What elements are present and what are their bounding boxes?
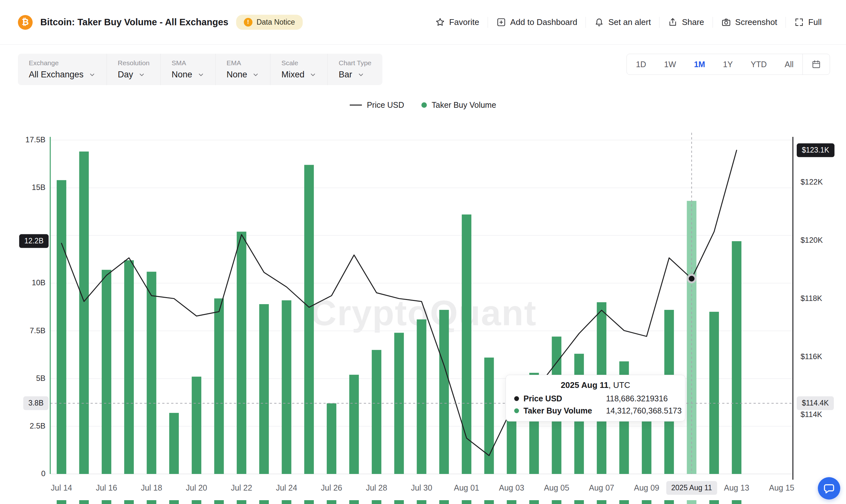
volume-axis-label: 0: [0, 469, 46, 478]
volume-bar[interactable]: [439, 310, 449, 474]
chevron-down-icon: [89, 71, 96, 78]
preview-bar: [80, 500, 89, 504]
scale-dropdown[interactable]: Scale Mixed: [270, 54, 327, 85]
calendar-icon: [811, 59, 821, 69]
volume-bar[interactable]: [304, 165, 314, 474]
date-picker-button[interactable]: [803, 54, 830, 75]
camera-icon: [721, 17, 731, 27]
exchange-dropdown[interactable]: Exchange All Exchanges: [18, 54, 107, 85]
preview-bar: [642, 500, 651, 504]
volume-bar[interactable]: [192, 377, 201, 474]
chart-toolbar: Exchange All Exchanges Resolution Day SM…: [0, 45, 846, 85]
chat-widget-button[interactable]: [818, 477, 840, 500]
chart-header: ₿ Bitcoin: Taker Buy Volume - All Exchan…: [0, 0, 846, 45]
bell-icon: [594, 17, 604, 27]
screenshot-button[interactable]: Screenshot: [713, 17, 786, 27]
volume-bar[interactable]: [124, 260, 134, 474]
preview-bar: [147, 500, 157, 504]
volume-bar[interactable]: [169, 413, 179, 474]
preview-bar: [574, 500, 584, 504]
preview-bar: [417, 500, 426, 504]
preview-bar: [169, 500, 179, 504]
range-all[interactable]: All: [776, 54, 803, 75]
volume-bar[interactable]: [214, 299, 224, 474]
x-axis-label: Aug 15: [750, 483, 814, 492]
sma-dropdown[interactable]: SMA None: [160, 54, 215, 85]
range-1w[interactable]: 1W: [655, 54, 685, 75]
preview-bar: [259, 500, 269, 504]
volume-axis-label: 10B: [0, 278, 46, 287]
legend-price-usd[interactable]: Price USD: [350, 101, 404, 110]
warning-icon: !: [244, 18, 252, 26]
chart-legend: Price USD Taker Buy Volume: [0, 99, 846, 111]
preview-bar: [57, 500, 66, 504]
favorite-button[interactable]: Favorite: [427, 17, 488, 27]
range-1m[interactable]: 1M: [685, 54, 714, 75]
tooltip-date: 2025 Aug 11, UTC: [514, 380, 677, 390]
preview-bar: [529, 500, 539, 504]
share-icon: [668, 17, 678, 27]
price-crosshair-badge: $114.4K: [797, 396, 834, 410]
crosshair-marker: [689, 276, 695, 282]
legend-taker-buy-volume[interactable]: Taker Buy Volume: [421, 101, 496, 110]
preview-bar: [462, 500, 471, 504]
ema-dropdown[interactable]: EMA None: [215, 54, 270, 85]
fullscreen-button[interactable]: Full: [786, 17, 830, 27]
volume-bar[interactable]: [57, 180, 66, 474]
volume-bar[interactable]: [282, 300, 292, 474]
chevron-down-icon: [197, 71, 205, 78]
volume-bar[interactable]: [80, 151, 89, 474]
chart-type-dropdown[interactable]: Chart Type Bar: [327, 54, 382, 85]
volume-bar[interactable]: [484, 358, 494, 474]
preview-bar: [372, 500, 382, 504]
add-to-dashboard-button[interactable]: Add to Dashboard: [488, 17, 586, 27]
preview-bar: [687, 500, 697, 504]
page-title: Bitcoin: Taker Buy Volume - All Exchange…: [40, 17, 228, 28]
preview-bar: [327, 500, 336, 504]
preview-bar: [664, 500, 674, 504]
volume-bar[interactable]: [147, 272, 157, 474]
volume-bar[interactable]: [709, 312, 719, 474]
volume-bar[interactable]: [462, 215, 471, 474]
price-current-value-badge: $123.1K: [797, 143, 834, 157]
fullscreen-icon: [794, 17, 804, 27]
set-alert-button[interactable]: Set an alert: [586, 17, 659, 27]
chevron-down-icon: [252, 71, 259, 78]
tooltip-row-volume: Taker Buy Volume 14,312,760,368.5173: [514, 406, 677, 415]
preview-bar: [439, 500, 449, 504]
preview-bar: [237, 500, 246, 504]
volume-bar[interactable]: [349, 375, 359, 474]
preview-bar: [349, 500, 359, 504]
time-range-selector: 1D 1W 1M 1Y YTD All: [627, 54, 830, 75]
range-ytd[interactable]: YTD: [742, 54, 776, 75]
price-axis-label: $114K: [800, 410, 822, 419]
volume-axis-label: 7.5B: [0, 326, 46, 335]
volume-bar[interactable]: [417, 320, 426, 474]
preview-bar: [732, 500, 741, 504]
share-button[interactable]: Share: [659, 17, 712, 27]
preview-bar: [124, 500, 134, 504]
volume-bar[interactable]: [732, 241, 741, 474]
preview-bar: [709, 500, 719, 504]
data-notice-badge[interactable]: ! Data Notice: [236, 15, 303, 30]
volume-bar[interactable]: [327, 403, 336, 474]
preview-bar: [507, 500, 516, 504]
volume-bar[interactable]: [102, 270, 111, 474]
volume-bar[interactable]: [372, 350, 382, 474]
price-axis-label: $120K: [800, 236, 823, 245]
dot-sample-icon: [421, 102, 427, 108]
chevron-down-icon: [357, 71, 365, 78]
preview-bar: [304, 500, 314, 504]
resolution-dropdown[interactable]: Resolution Day: [107, 54, 160, 85]
bitcoin-icon: ₿: [18, 15, 33, 30]
preview-bar: [484, 500, 494, 504]
range-1d[interactable]: 1D: [627, 54, 655, 75]
volume-axis-label: 2.5B: [0, 421, 46, 430]
volume-bar[interactable]: [259, 304, 269, 474]
range-1y[interactable]: 1Y: [714, 54, 742, 75]
chart-tooltip: 2025 Aug 11, UTC Price USD 118,686.32193…: [506, 375, 685, 421]
volume-bar[interactable]: [237, 232, 246, 474]
filter-panel: Exchange All Exchanges Resolution Day SM…: [18, 54, 382, 85]
volume-crosshair-badge: 3.8B: [23, 396, 49, 410]
preview-bar: [192, 500, 201, 504]
